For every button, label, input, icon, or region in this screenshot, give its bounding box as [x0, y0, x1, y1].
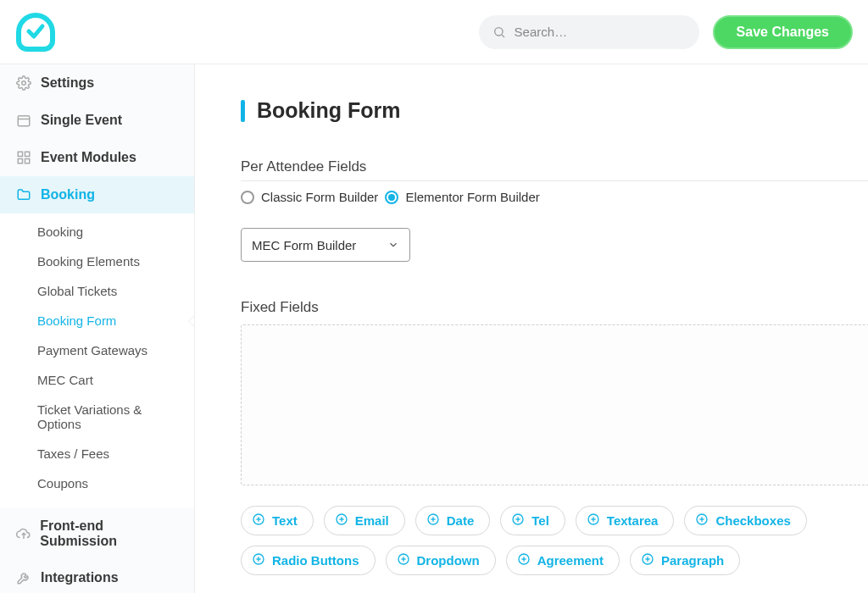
sidebar-item-event-modules[interactable]: Event Modules: [0, 139, 194, 176]
plus-circle-icon: [397, 552, 410, 568]
fixed-fields-dropzone[interactable]: [241, 324, 868, 485]
folder-icon: [15, 186, 32, 203]
svg-rect-3: [18, 116, 30, 126]
add-field-dropdown[interactable]: Dropdown: [386, 546, 496, 575]
sidebar-item-label: Event Modules: [41, 150, 136, 165]
plus-circle-icon: [695, 513, 709, 529]
per-attendee-fields-label: Per Attendee Fields: [241, 158, 868, 181]
add-field-paragraph[interactable]: Paragraph: [630, 546, 740, 575]
booking-subnav: Booking Booking Elements Global Tickets …: [0, 213, 194, 508]
plus-circle-icon: [587, 513, 600, 529]
fixed-fields-section: Fixed Fields TextEmailDateTelTextareaChe…: [241, 299, 868, 575]
svg-rect-6: [25, 152, 30, 156]
subnav-item-booking-form[interactable]: Booking Form: [0, 306, 194, 335]
save-changes-button[interactable]: Save Changes: [713, 15, 853, 49]
plus-circle-icon: [426, 513, 440, 529]
svg-rect-5: [18, 152, 22, 156]
select-value: MEC Form Builder: [252, 238, 387, 252]
subnav-item-global-tickets[interactable]: Global Tickets: [0, 276, 194, 306]
subnav-item-payment-gateways[interactable]: Payment Gateways: [0, 335, 194, 365]
search-container[interactable]: [479, 15, 699, 49]
radio-dot: [241, 191, 254, 204]
plus-circle-icon: [511, 513, 525, 529]
add-field-radio-buttons[interactable]: Radio Buttons: [241, 546, 376, 575]
chip-label: Textarea: [607, 513, 659, 528]
chevron-down-icon: [387, 239, 399, 251]
search-icon: [492, 25, 506, 39]
svg-rect-8: [25, 159, 30, 163]
chip-label: Dropdown: [417, 553, 480, 568]
calendar-icon: [15, 112, 32, 129]
chip-label: Date: [447, 513, 475, 528]
form-builder-radio-group: Classic Form Builder Elementor Form Buil…: [241, 190, 868, 204]
sidebar: Settings Single Event Event Modules Book…: [0, 64, 195, 593]
svg-point-2: [22, 81, 26, 86]
chip-label: Email: [355, 513, 389, 528]
sidebar-item-label: Settings: [41, 75, 94, 91]
svg-point-0: [494, 27, 502, 35]
gear-icon: [15, 75, 32, 91]
topbar: Save Changes: [0, 0, 868, 64]
field-type-chips: TextEmailDateTelTextareaCheckboxesRadio …: [241, 506, 868, 575]
add-field-date[interactable]: Date: [415, 506, 491, 535]
chip-label: Checkboxes: [715, 513, 790, 528]
plus-circle-icon: [335, 513, 348, 529]
subnav-item-taxes-fees[interactable]: Taxes / Fees: [0, 439, 194, 468]
sidebar-item-settings[interactable]: Settings: [0, 64, 194, 102]
wrench-icon: [15, 569, 32, 586]
sidebar-item-label: Front-end Submission: [40, 518, 179, 549]
subnav-item-mec-cart[interactable]: MEC Cart: [0, 365, 194, 395]
radio-label: Elementor Form Builder: [405, 190, 539, 204]
radio-label: Classic Form Builder: [261, 190, 378, 204]
add-field-agreement[interactable]: Agreement: [506, 546, 620, 575]
sidebar-item-integrations[interactable]: Integrations: [0, 559, 194, 593]
logo: [15, 12, 56, 53]
svg-rect-7: [18, 159, 22, 163]
add-field-text[interactable]: Text: [241, 506, 314, 535]
chip-label: Radio Buttons: [272, 553, 359, 568]
plus-circle-icon: [641, 552, 654, 568]
topbar-right: Save Changes: [479, 15, 853, 49]
subnav-item-booking[interactable]: Booking: [0, 217, 194, 247]
plus-circle-icon: [517, 552, 531, 568]
add-field-email[interactable]: Email: [324, 506, 405, 535]
layout: Settings Single Event Event Modules Book…: [0, 64, 868, 593]
chip-label: Paragraph: [661, 553, 724, 568]
radio-classic-form-builder[interactable]: Classic Form Builder: [241, 190, 378, 204]
page-title: Booking Form: [241, 98, 868, 123]
sidebar-item-label: Integrations: [41, 570, 119, 585]
search-input[interactable]: [515, 25, 686, 39]
sidebar-item-label: Single Event: [41, 113, 122, 128]
sidebar-item-booking[interactable]: Booking: [0, 176, 194, 213]
radio-dot: [385, 191, 398, 204]
plus-circle-icon: [252, 513, 265, 529]
fixed-fields-label: Fixed Fields: [241, 299, 868, 316]
chip-label: Text: [272, 513, 298, 528]
modules-icon: [15, 149, 32, 166]
add-field-tel[interactable]: Tel: [500, 506, 565, 535]
chip-label: Tel: [531, 513, 549, 528]
upload-cloud-icon: [15, 525, 31, 542]
sidebar-item-frontend-submission[interactable]: Front-end Submission: [0, 508, 194, 559]
add-field-checkboxes[interactable]: Checkboxes: [684, 506, 806, 535]
add-field-textarea[interactable]: Textarea: [576, 506, 675, 535]
plus-circle-icon: [252, 552, 265, 568]
form-builder-select[interactable]: MEC Form Builder: [241, 228, 410, 262]
svg-line-1: [502, 35, 504, 37]
main-content: Booking Form Per Attendee Fields Classic…: [195, 64, 868, 593]
sidebar-item-single-event[interactable]: Single Event: [0, 102, 194, 139]
subnav-item-ticket-variations[interactable]: Ticket Variations & Options: [0, 395, 194, 439]
sidebar-item-label: Booking: [41, 187, 95, 202]
radio-elementor-form-builder[interactable]: Elementor Form Builder: [385, 190, 539, 204]
subnav-item-coupons[interactable]: Coupons: [0, 468, 194, 498]
chip-label: Agreement: [537, 553, 604, 568]
subnav-item-booking-elements[interactable]: Booking Elements: [0, 247, 194, 276]
